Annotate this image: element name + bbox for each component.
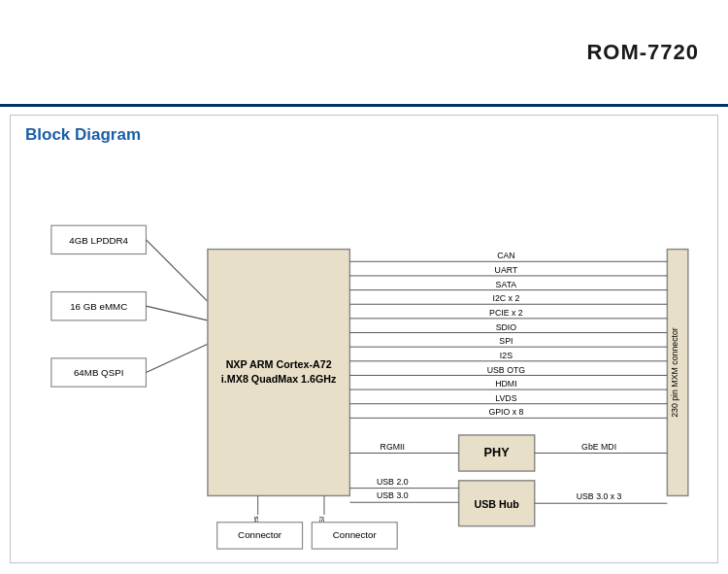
svg-text:SATA: SATA (496, 280, 517, 289)
svg-text:SDIO: SDIO (496, 322, 517, 332)
svg-text:USB OTG: USB OTG (487, 365, 526, 375)
svg-text:GbE MDI: GbE MDI (581, 442, 616, 452)
main-content: Block Diagram 4GB LPDDR4 16 GB eMMC 64MB… (10, 115, 718, 563)
svg-text:230 pin MXM connector: 230 pin MXM connector (670, 327, 679, 418)
section-title: Block Diagram (25, 125, 703, 145)
svg-text:i.MX8 QuadMax 1.6GHz: i.MX8 QuadMax 1.6GHz (221, 373, 337, 385)
svg-text:NXP ARM Cortex-A72: NXP ARM Cortex-A72 (226, 358, 332, 370)
svg-text:LVDS: LVDS (495, 393, 516, 403)
svg-text:HDMI: HDMI (495, 379, 516, 388)
svg-text:RGMII: RGMII (381, 442, 405, 452)
svg-line-8 (146, 344, 207, 372)
svg-text:USB 3.0 x 3: USB 3.0 x 3 (577, 491, 622, 501)
diagram-svg: 4GB LPDDR4 16 GB eMMC 64MB QSPI NXP ARM … (20, 154, 708, 553)
page-title: ROM-7720 (586, 40, 699, 65)
svg-text:UART: UART (495, 265, 518, 275)
svg-text:I2C x 2: I2C x 2 (493, 293, 520, 303)
svg-line-2 (146, 240, 207, 301)
svg-text:4GB LPDDR4: 4GB LPDDR4 (69, 235, 128, 246)
svg-text:USB 3.0: USB 3.0 (377, 490, 409, 500)
svg-text:PHY: PHY (484, 446, 511, 459)
svg-text:GPIO x 8: GPIO x 8 (488, 407, 523, 417)
svg-text:I2S: I2S (500, 351, 513, 360)
page-header: ROM-7720 (0, 0, 728, 107)
svg-text:PCIE x 2: PCIE x 2 (489, 308, 523, 318)
block-diagram: 4GB LPDDR4 16 GB eMMC 64MB QSPI NXP ARM … (20, 154, 708, 553)
svg-text:USB Hub: USB Hub (474, 498, 519, 510)
svg-line-5 (146, 306, 207, 321)
svg-text:Connector: Connector (238, 529, 282, 540)
svg-text:USB 2.0: USB 2.0 (377, 477, 409, 487)
svg-text:64MB QSPI: 64MB QSPI (74, 367, 123, 378)
svg-text:CAN: CAN (497, 251, 515, 260)
svg-text:SPI: SPI (499, 336, 513, 346)
svg-text:Connector: Connector (333, 529, 378, 540)
svg-text:16 GB eMMC: 16 GB eMMC (70, 301, 127, 312)
